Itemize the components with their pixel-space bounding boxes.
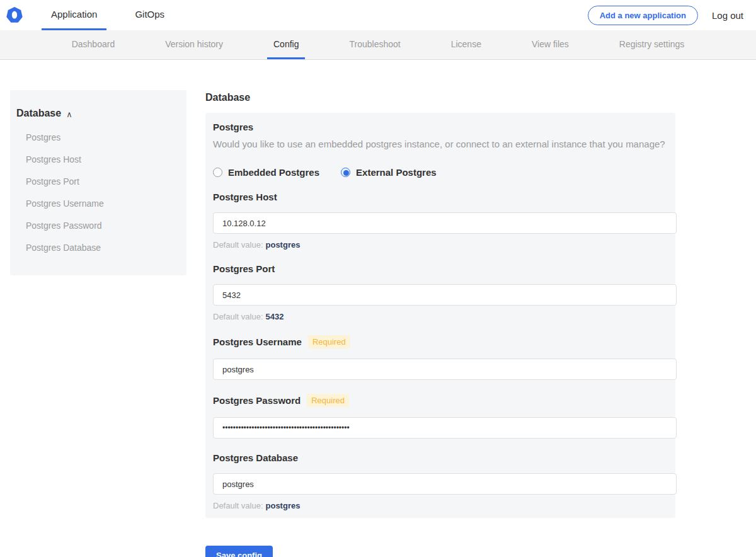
- postgres-password-label: Postgres Password: [213, 395, 301, 406]
- default-prefix: Default value:: [213, 240, 263, 250]
- postgres-password-input[interactable]: [213, 417, 677, 439]
- postgres-host-label: Postgres Host: [213, 192, 277, 202]
- default-value: postgres: [266, 240, 301, 250]
- page-title: Database: [205, 92, 675, 103]
- topbar-right: Add a new application Log out: [588, 0, 743, 30]
- tab-dashboard-label: Dashboard: [72, 39, 115, 49]
- save-config-button[interactable]: Save config: [205, 546, 273, 557]
- sidebar-item-postgres[interactable]: Postgres: [16, 127, 180, 149]
- app-logo: [6, 0, 23, 30]
- config-sidebar: Database ∧ Postgres Postgres Host Postgr…: [10, 90, 186, 275]
- kots-admin-console: Application GitOps Add a new application…: [0, 0, 756, 557]
- field-postgres-password: Postgres Password Required: [213, 394, 668, 407]
- radio-embedded-postgres-label: Embedded Postgres: [228, 167, 319, 178]
- sidebar-item-postgres-port[interactable]: Postgres Port: [16, 171, 180, 193]
- postgres-database-input[interactable]: [213, 473, 677, 495]
- add-new-application-button[interactable]: Add a new application: [588, 6, 698, 25]
- tab-troubleshoot[interactable]: Troubleshoot: [343, 30, 406, 59]
- required-badge: Required: [307, 394, 349, 407]
- radio-checked-icon: [341, 168, 350, 177]
- sidebar-items: Postgres Postgres Host Postgres Port Pos…: [16, 127, 180, 259]
- top-navbar: Application GitOps Add a new application…: [0, 0, 756, 30]
- config-main: Database Postgres Would you like to use …: [205, 92, 675, 557]
- group-title: Postgres: [213, 122, 668, 132]
- default-value: 5432: [266, 312, 284, 321]
- radio-embedded-postgres[interactable]: Embedded Postgres: [213, 167, 319, 178]
- logout-button[interactable]: Log out: [712, 10, 743, 21]
- sidebar-item-postgres-host[interactable]: Postgres Host: [16, 149, 180, 171]
- sidebar-item-postgres-password[interactable]: Postgres Password: [16, 215, 180, 237]
- field-postgres-port: Postgres Port: [213, 263, 668, 274]
- tab-registry-settings[interactable]: Registry settings: [613, 30, 690, 59]
- postgres-host-input[interactable]: [213, 212, 677, 234]
- postgres-database-label: Postgres Database: [213, 452, 298, 463]
- config-group-card: Postgres Would you like to use an embedd…: [205, 113, 675, 518]
- tab-gitops[interactable]: GitOps: [125, 0, 174, 30]
- app-logo-icon: [6, 7, 23, 23]
- postgres-port-input[interactable]: [213, 284, 677, 306]
- postgres-database-default: Default value:postgres: [213, 501, 668, 510]
- tab-application-label: Application: [51, 9, 97, 20]
- postgres-host-default: Default value:postgres: [213, 240, 668, 250]
- sidebar-item-postgres-username[interactable]: Postgres Username: [16, 193, 180, 215]
- sidebar-group-label: Database: [16, 108, 61, 119]
- tab-registry-settings-label: Registry settings: [619, 39, 684, 49]
- postgres-port-label: Postgres Port: [213, 263, 275, 274]
- default-value: postgres: [266, 501, 301, 510]
- group-help-text: Would you like to use an embedded postgr…: [213, 138, 668, 151]
- default-prefix: Default value:: [213, 312, 263, 321]
- field-postgres-host: Postgres Host: [213, 192, 668, 202]
- postgres-username-label: Postgres Username: [213, 336, 302, 347]
- tab-application[interactable]: Application: [42, 0, 106, 30]
- radio-external-postgres[interactable]: External Postgres: [341, 167, 437, 178]
- chevron-up-icon: ∧: [66, 110, 72, 119]
- tab-config[interactable]: Config: [267, 30, 305, 59]
- tab-view-files-label: View files: [532, 39, 569, 49]
- radio-external-postgres-label: External Postgres: [356, 167, 437, 178]
- default-prefix: Default value:: [213, 501, 263, 510]
- tab-config-label: Config: [273, 39, 299, 49]
- tab-license-label: License: [451, 39, 481, 49]
- sidebar-item-postgres-database[interactable]: Postgres Database: [16, 237, 180, 259]
- tab-license[interactable]: License: [445, 30, 488, 59]
- postgres-username-input[interactable]: [213, 359, 677, 380]
- radio-unchecked-icon: [213, 168, 222, 177]
- postgres-type-radio-group: Embedded Postgres External Postgres: [213, 167, 668, 178]
- tab-dashboard[interactable]: Dashboard: [66, 30, 122, 59]
- tab-version-history-label: Version history: [165, 39, 223, 49]
- tab-troubleshoot-label: Troubleshoot: [349, 39, 400, 49]
- tab-version-history[interactable]: Version history: [159, 30, 229, 59]
- top-tabs: Application GitOps: [42, 0, 174, 30]
- sidebar-group-database[interactable]: Database ∧: [16, 108, 180, 119]
- required-badge: Required: [308, 335, 350, 348]
- app-subnav: Dashboard Version history Config Trouble…: [0, 30, 756, 60]
- tab-gitops-label: GitOps: [135, 9, 164, 20]
- tab-view-files[interactable]: View files: [525, 30, 575, 59]
- postgres-port-default: Default value:5432: [213, 312, 668, 321]
- field-postgres-username: Postgres Username Required: [213, 335, 668, 348]
- field-postgres-database: Postgres Database: [213, 452, 668, 463]
